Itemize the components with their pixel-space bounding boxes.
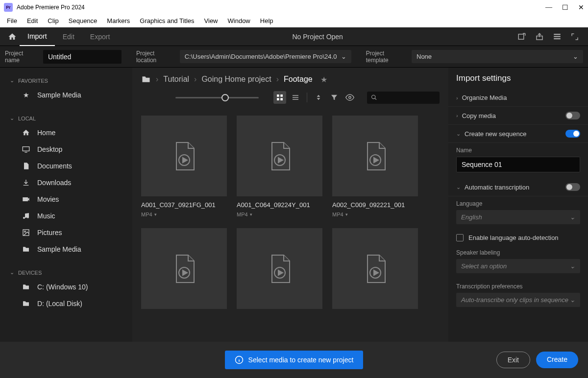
clip-thumbnail[interactable] <box>332 228 418 309</box>
auto-detect-checkbox[interactable]: Enable language auto-detection <box>448 230 588 245</box>
menu-help[interactable]: Help <box>255 17 278 24</box>
clip-thumbnail[interactable] <box>237 228 322 309</box>
import-settings-panel: Import settings ›Organize Media ›Copy me… <box>448 68 588 356</box>
desktop-icon <box>22 145 30 153</box>
workspace-icon[interactable] <box>553 32 562 41</box>
sidebar-item-drive-c[interactable]: C: (Windows 10) <box>0 279 132 295</box>
project-name-input[interactable]: Untitled <box>43 50 122 64</box>
minimize-icon[interactable]: — <box>545 3 552 12</box>
sidebar-item-music[interactable]: Music <box>0 208 132 224</box>
picture-icon <box>22 229 30 236</box>
clip-thumbnail[interactable] <box>141 116 227 196</box>
maximize-icon[interactable]: ☐ <box>562 3 568 12</box>
app-title: Adobe Premiere Pro 2024 <box>17 4 85 11</box>
search-input[interactable] <box>367 92 440 104</box>
language-select[interactable]: English⌄ <box>456 210 580 224</box>
sidebar-item-label: Music <box>37 212 55 220</box>
fullscreen-icon[interactable] <box>570 32 579 41</box>
folder-nav-icon[interactable] <box>141 74 151 84</box>
svg-point-7 <box>23 217 25 219</box>
menu-markers[interactable]: Markers <box>102 17 135 24</box>
menu-window[interactable]: Window <box>223 17 255 24</box>
transcription-prefs-select[interactable]: Auto-transcribe only clips in sequence⌄ <box>456 293 580 307</box>
clip-item[interactable]: A001_C037_0921FG_001MP4 ▾ <box>141 116 227 217</box>
tab-edit[interactable]: Edit <box>55 27 82 46</box>
project-template-dropdown[interactable]: None ⌄ <box>412 50 583 63</box>
list-view-icon[interactable] <box>289 91 302 104</box>
setting-organize-media[interactable]: ›Organize Media <box>448 89 588 107</box>
download-icon <box>22 179 30 187</box>
sidebar-item-pictures[interactable]: Pictures <box>0 224 132 241</box>
sidebar-item-home[interactable]: Home <box>0 124 132 141</box>
sidebar-item-documents[interactable]: Documents <box>0 158 132 174</box>
chevron-down-icon: ⌄ <box>456 131 461 137</box>
info-banner: Select media to create new project <box>225 351 364 369</box>
breadcrumb-item[interactable]: Tutorial <box>163 75 189 84</box>
thumbnail-size-slider[interactable] <box>175 97 259 98</box>
sidebar-item-downloads[interactable]: Downloads <box>0 174 132 191</box>
share-icon[interactable] <box>535 32 544 41</box>
breadcrumb-item[interactable]: Going Home project <box>201 75 271 84</box>
clip-thumbnail[interactable] <box>237 116 322 196</box>
create-sequence-toggle[interactable] <box>565 130 580 138</box>
section-favorites[interactable]: ⌄FAVORITES <box>0 74 132 87</box>
clip-item[interactable] <box>237 228 322 309</box>
home-icon[interactable] <box>5 32 20 41</box>
sidebar-item-movies[interactable]: Movies <box>0 191 132 208</box>
menu-sequence[interactable]: Sequence <box>64 17 102 24</box>
create-button[interactable]: Create <box>536 352 578 368</box>
setting-create-sequence[interactable]: ⌄Create new sequence <box>448 125 588 143</box>
section-local[interactable]: ⌄LOCAL <box>0 112 132 124</box>
sidebar-item-sample-media-fav[interactable]: ★Sample Media <box>0 87 132 103</box>
project-template-label: Project template <box>366 50 407 64</box>
eye-icon[interactable] <box>343 91 356 104</box>
clip-format: MP4 ▾ <box>332 212 418 217</box>
setting-label: Automatic transcription <box>465 184 562 191</box>
home-icon <box>22 129 30 137</box>
auto-transcription-toggle[interactable] <box>565 183 580 191</box>
chevron-down-icon: ⌄ <box>570 296 575 304</box>
clip-item[interactable] <box>332 228 418 309</box>
clip-thumbnail[interactable] <box>332 116 418 196</box>
sidebar-item-sample-media[interactable]: Sample Media <box>0 241 132 258</box>
svg-rect-5 <box>23 147 29 151</box>
grid-view-icon[interactable] <box>273 91 286 104</box>
chevron-down-icon: ⌄ <box>341 53 346 60</box>
sidebar-item-drive-d[interactable]: D: (Local Disk) <box>0 295 132 312</box>
chevron-right-icon: › <box>456 95 458 101</box>
svg-rect-13 <box>277 98 279 100</box>
tab-export[interactable]: Export <box>82 27 118 46</box>
svg-rect-12 <box>280 94 283 97</box>
tab-import[interactable]: Import <box>20 27 55 46</box>
sort-icon[interactable] <box>312 91 325 104</box>
filter-icon[interactable] <box>328 91 341 104</box>
chevron-down-icon: ⌄ <box>456 184 461 190</box>
copy-media-toggle[interactable] <box>565 112 580 119</box>
clip-item[interactable]: A001_C064_09224Y_001MP4 ▾ <box>237 116 322 217</box>
window-controls: — ☐ ✕ <box>545 3 584 12</box>
menu-view[interactable]: View <box>199 17 223 24</box>
folder-icon <box>22 245 30 253</box>
clip-item[interactable] <box>141 228 227 309</box>
setting-copy-media[interactable]: ›Copy media <box>448 107 588 125</box>
menu-clip[interactable]: Clip <box>43 17 63 24</box>
exit-button[interactable]: Exit <box>496 352 530 368</box>
section-devices[interactable]: ⌄DEVICES <box>0 266 132 279</box>
setting-auto-transcription[interactable]: ⌄Automatic transcription <box>448 178 588 196</box>
clip-item[interactable]: A002_C009_092221_001MP4 ▾ <box>332 116 418 217</box>
sidebar-item-desktop[interactable]: Desktop <box>0 141 132 158</box>
clip-thumbnail[interactable] <box>141 228 227 309</box>
favorite-star-icon[interactable]: ★ <box>320 75 327 84</box>
sequence-name-input[interactable] <box>456 157 580 172</box>
info-icon <box>235 355 244 364</box>
svg-rect-0 <box>518 34 524 39</box>
menu-graphics[interactable]: Graphics and Titles <box>135 17 199 24</box>
menu-file[interactable]: File <box>2 17 22 24</box>
titlebar: Pr Adobe Premiere Pro 2024 — ☐ ✕ <box>0 0 588 15</box>
menu-edit[interactable]: Edit <box>22 17 43 24</box>
speaker-labeling-select[interactable]: Select an option⌄ <box>456 259 580 273</box>
sidebar-item-label: C: (Windows 10) <box>37 283 88 291</box>
capture-icon[interactable] <box>517 32 526 41</box>
project-location-dropdown[interactable]: C:\Users\Admin\Documents\Adobe\Premiere … <box>180 50 351 63</box>
close-icon[interactable]: ✕ <box>578 3 584 12</box>
